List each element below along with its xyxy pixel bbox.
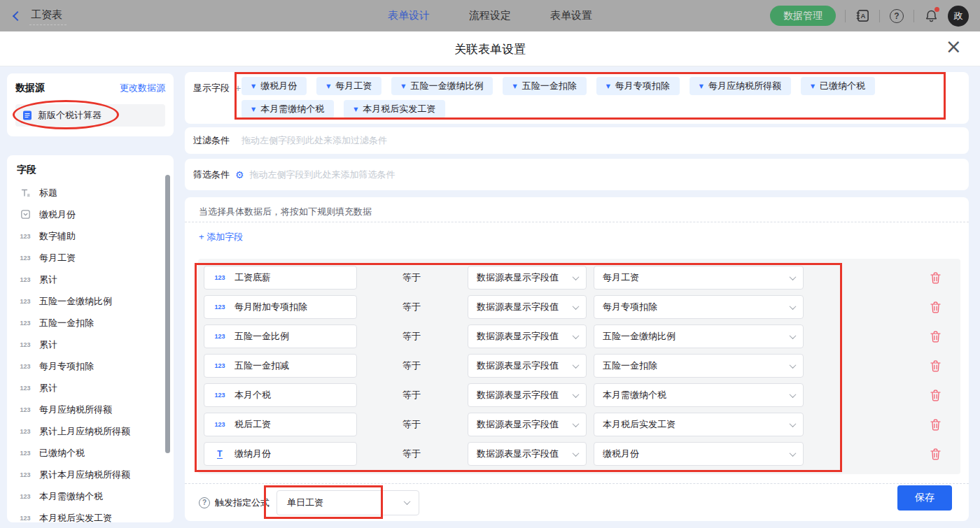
scrollbar-thumb[interactable]: [165, 175, 170, 453]
filter-condition-card: 过滤条件 拖动左侧字段到此处来添加过滤条件: [185, 127, 969, 154]
topbar: 工资表 表单设计流程设定表单设置 数据管理 A ? 政: [0, 0, 980, 31]
help-icon[interactable]: ?: [889, 8, 904, 24]
display-field-chip[interactable]: ▼本月税后实发工资: [344, 100, 445, 118]
trigger-formula-select[interactable]: 单日工资: [276, 490, 419, 515]
target-field-box[interactable]: 123本月个税: [204, 383, 357, 407]
source-type-select[interactable]: 数据源表显示字段值: [468, 354, 587, 378]
avatar[interactable]: 政: [948, 6, 969, 27]
field-list-item[interactable]: 123累计本月应纳税所得额: [17, 464, 167, 485]
source-type-value: 数据源表显示字段值: [477, 389, 559, 401]
source-type-value: 数据源表显示字段值: [477, 448, 559, 460]
source-field-select[interactable]: 每月工资: [594, 266, 804, 290]
source-type-select[interactable]: 数据源表显示字段值: [468, 295, 587, 319]
tab-3[interactable]: 表单设置: [550, 9, 592, 22]
chevron-down-icon: [790, 273, 797, 280]
field-list-item[interactable]: 123五险一金缴纳比例: [17, 290, 167, 312]
field-list-item[interactable]: 123数字辅助: [17, 225, 167, 247]
source-field-select[interactable]: 每月专项扣除: [594, 295, 804, 319]
tab-1[interactable]: 表单设计: [388, 9, 430, 22]
save-button[interactable]: 保存: [897, 485, 952, 511]
display-field-chip[interactable]: ▼本月需缴纳个税: [241, 100, 334, 118]
display-field-chip[interactable]: ▼每月专项扣除: [596, 77, 680, 95]
trash-icon[interactable]: [930, 331, 941, 343]
trash-icon[interactable]: [930, 272, 941, 284]
target-field-box[interactable]: 123每月附加专项扣除: [204, 295, 357, 319]
source-field-value: 每月专项扣除: [603, 301, 657, 313]
change-datasource-link[interactable]: 更改数据源: [120, 82, 165, 94]
field-list-item[interactable]: 123已缴纳个税: [17, 442, 167, 464]
topbar-tabs: 表单设计流程设定表单设置: [388, 0, 592, 31]
field-item-label: 累计: [39, 382, 57, 394]
field-list-item[interactable]: 123本月需缴纳个税: [17, 485, 167, 507]
display-field-chip[interactable]: ▼缴税月份: [241, 77, 307, 95]
dropdown-arrow-icon: ▼: [354, 106, 358, 113]
target-field-box[interactable]: T缴纳月份: [204, 442, 357, 466]
field-list-item[interactable]: 123累计: [17, 377, 167, 399]
field-list-item[interactable]: 123每月专项扣除: [17, 355, 167, 377]
field-list-item[interactable]: 123累计: [17, 334, 167, 355]
source-field-select[interactable]: 本月税后实发工资: [594, 413, 804, 436]
equals-label: 等于: [402, 330, 422, 343]
source-type-select[interactable]: 数据源表显示字段值: [468, 324, 587, 348]
trigger-formula-label: 触发指定公式: [215, 497, 270, 509]
display-field-chip[interactable]: ▼五险一金缴纳比例: [391, 77, 493, 95]
gear-icon[interactable]: ⚙: [235, 169, 244, 180]
trash-icon[interactable]: [930, 390, 941, 401]
field-item-label: 每月专项扣除: [39, 360, 94, 373]
source-type-select[interactable]: 数据源表显示字段值: [468, 266, 587, 290]
bell-icon[interactable]: [923, 8, 939, 24]
field-list-item[interactable]: 缴税月份: [17, 204, 167, 225]
data-manage-button[interactable]: 数据管理: [770, 6, 836, 26]
source-field-select[interactable]: 缴税月份: [594, 442, 804, 466]
field-list-item[interactable]: 标题: [17, 182, 167, 204]
screening-label: 筛选条件: [193, 169, 235, 181]
number-field-icon: 123: [211, 421, 228, 428]
add-field-button[interactable]: + 添加字段: [199, 231, 243, 243]
source-field-select[interactable]: 五险一金缴纳比例: [594, 324, 804, 348]
field-list-item[interactable]: 123五险一金扣除: [17, 312, 167, 334]
trash-icon[interactable]: [930, 419, 941, 431]
mapping-row: 123工资底薪等于数据源表显示字段值每月工资: [198, 266, 960, 290]
close-icon[interactable]: ×: [946, 37, 962, 57]
target-field-box[interactable]: 123五险一金比例: [204, 324, 357, 348]
chip-row: ▼缴税月份▼每月工资▼五险一金缴纳比例▼五险一金扣除▼每月专项扣除▼每月应纳税所…: [241, 77, 953, 95]
screening-dropzone[interactable]: 拖动左侧字段到此处来添加筛选条件: [250, 169, 396, 181]
field-list-item[interactable]: 123每月应纳税所得额: [17, 399, 167, 420]
source-field-select[interactable]: 本月需缴纳个税: [594, 383, 804, 407]
display-field-chip[interactable]: ▼每月工资: [316, 77, 382, 95]
number-field-icon: 123: [211, 392, 228, 399]
trash-icon[interactable]: [930, 360, 941, 372]
datasource-selected-item[interactable]: 新版个税计算器: [15, 104, 165, 127]
field-list-item[interactable]: 123累计: [17, 269, 167, 290]
display-field-chip[interactable]: ▼五险一金扣除: [503, 77, 586, 95]
field-list-item[interactable]: 123累计上月应纳税所得额: [17, 420, 167, 442]
source-type-select[interactable]: 数据源表显示字段值: [468, 442, 587, 466]
target-field-box[interactable]: 123工资底薪: [204, 266, 357, 290]
display-field-chip[interactable]: ▼每月应纳税所得额: [690, 77, 791, 95]
source-field-select[interactable]: 五险一金扣除: [594, 354, 804, 378]
trash-icon[interactable]: [930, 301, 941, 313]
modal-title: 关联表单设置: [0, 41, 980, 57]
dropdown-arrow-icon: ▼: [606, 83, 610, 90]
address-book-icon[interactable]: A: [855, 8, 870, 24]
source-type-select[interactable]: 数据源表显示字段值: [468, 413, 587, 436]
trash-icon[interactable]: [930, 448, 941, 460]
display-fields-label: 显示字段: [193, 82, 230, 94]
field-list-item[interactable]: 123本月税后实发工资: [17, 507, 167, 528]
back-icon[interactable]: [13, 10, 22, 20]
target-field-box[interactable]: 123五险一金扣减: [204, 354, 357, 378]
tab-2[interactable]: 流程设定: [469, 9, 511, 22]
source-type-select[interactable]: 数据源表显示字段值: [468, 383, 587, 407]
chip-label: 缴税月份: [260, 80, 297, 92]
field-list-item[interactable]: 123每月工资: [17, 247, 167, 269]
add-display-field-button[interactable]: +: [235, 83, 241, 94]
target-field-box[interactable]: 123税后工资: [204, 413, 357, 436]
chevron-down-icon: [790, 362, 797, 369]
filter-dropzone[interactable]: 拖动左侧字段到此处来添加过滤条件: [241, 134, 387, 147]
number-field-icon: 123: [211, 274, 228, 281]
display-field-chip[interactable]: ▼已缴纳个税: [801, 77, 875, 95]
number-field-icon: 123: [17, 450, 34, 457]
target-field-label: 每月附加专项扣除: [234, 301, 307, 313]
form-title[interactable]: 工资表: [29, 7, 66, 25]
question-icon[interactable]: ?: [199, 497, 210, 508]
